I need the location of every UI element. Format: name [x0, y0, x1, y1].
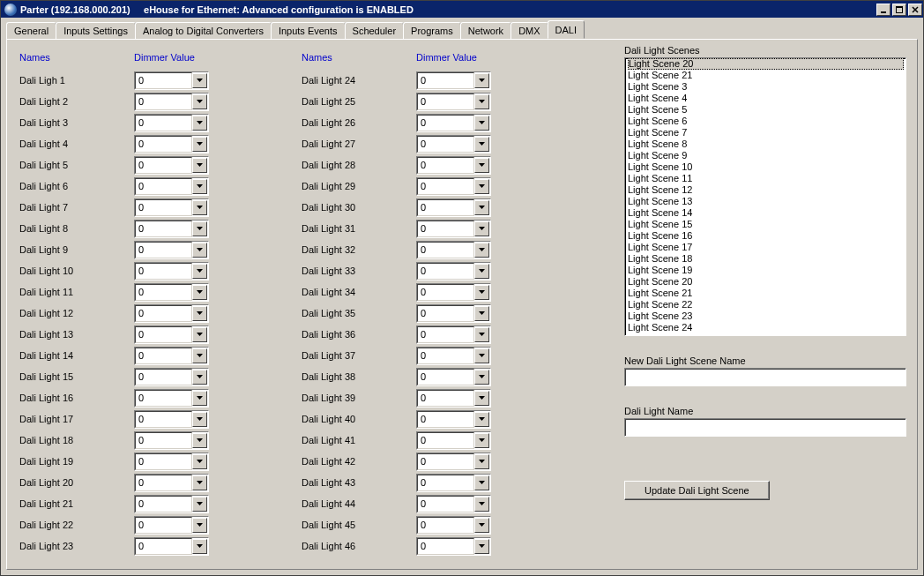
- chevron-down-icon[interactable]: [192, 200, 207, 215]
- dimmer-value-combo[interactable]: 0: [416, 135, 491, 153]
- chevron-down-icon[interactable]: [192, 497, 207, 512]
- chevron-down-icon[interactable]: [474, 327, 489, 342]
- tab-dmx[interactable]: DMX: [510, 22, 548, 39]
- chevron-down-icon[interactable]: [474, 475, 489, 490]
- chevron-down-icon[interactable]: [474, 137, 489, 152]
- light-name-input[interactable]: [624, 418, 906, 437]
- dimmer-value-combo[interactable]: 0: [134, 71, 209, 90]
- tab-network[interactable]: Network: [460, 22, 511, 39]
- scene-item[interactable]: Light Scene 21: [628, 288, 904, 299]
- dimmer-value-combo[interactable]: 0: [416, 347, 491, 365]
- dimmer-value-combo[interactable]: 0: [416, 516, 491, 535]
- chevron-down-icon[interactable]: [474, 179, 489, 194]
- dimmer-value-combo[interactable]: 0: [134, 516, 209, 535]
- scene-item[interactable]: Light Scene 20: [628, 58, 904, 70]
- scene-item[interactable]: Light Scene 23: [628, 310, 904, 322]
- scene-item[interactable]: Light Scene 18: [628, 253, 904, 265]
- dimmer-value-combo[interactable]: 0: [134, 347, 209, 365]
- minimize-button[interactable]: [876, 4, 890, 16]
- dimmer-value-combo[interactable]: 0: [134, 135, 209, 153]
- dimmer-value-combo[interactable]: 0: [416, 304, 491, 323]
- update-scene-button[interactable]: Update Dali Light Scene: [624, 481, 770, 500]
- dimmer-value-combo[interactable]: 0: [134, 325, 209, 344]
- chevron-down-icon[interactable]: [474, 412, 489, 427]
- chevron-down-icon[interactable]: [192, 137, 207, 152]
- dimmer-value-combo[interactable]: 0: [416, 325, 491, 344]
- scene-item[interactable]: Light Scene 10: [628, 161, 904, 173]
- dimmer-value-combo[interactable]: 0: [416, 177, 491, 196]
- scene-item[interactable]: Light Scene 20: [628, 276, 904, 288]
- tab-programs[interactable]: Programs: [403, 22, 461, 39]
- chevron-down-icon[interactable]: [474, 370, 489, 385]
- scene-item[interactable]: Light Scene 12: [628, 184, 904, 196]
- chevron-down-icon[interactable]: [474, 116, 489, 131]
- chevron-down-icon[interactable]: [192, 221, 207, 236]
- dimmer-value-combo[interactable]: 0: [134, 114, 209, 132]
- dimmer-value-combo[interactable]: 0: [416, 431, 491, 450]
- chevron-down-icon[interactable]: [192, 179, 207, 194]
- dimmer-value-combo[interactable]: 0: [134, 474, 209, 492]
- chevron-down-icon[interactable]: [474, 433, 489, 448]
- dimmer-value-combo[interactable]: 0: [134, 304, 209, 323]
- dimmer-value-combo[interactable]: 0: [416, 474, 491, 492]
- scene-item[interactable]: Light Scene 19: [628, 265, 904, 276]
- dimmer-value-combo[interactable]: 0: [134, 410, 209, 429]
- chevron-down-icon[interactable]: [474, 518, 489, 533]
- dimmer-value-combo[interactable]: 0: [134, 93, 209, 111]
- chevron-down-icon[interactable]: [474, 94, 489, 109]
- dimmer-value-combo[interactable]: 0: [134, 177, 209, 196]
- chevron-down-icon[interactable]: [192, 391, 207, 406]
- dimmer-value-combo[interactable]: 0: [134, 198, 209, 217]
- chevron-down-icon[interactable]: [192, 370, 207, 385]
- chevron-down-icon[interactable]: [192, 518, 207, 533]
- tab-inputs-events[interactable]: Inputs Events: [271, 22, 346, 39]
- chevron-down-icon[interactable]: [192, 264, 207, 279]
- scene-item[interactable]: Light Scene 17: [628, 242, 904, 253]
- scene-item[interactable]: Light Scene 22: [628, 299, 904, 310]
- dimmer-value-combo[interactable]: 0: [416, 93, 491, 111]
- chevron-down-icon[interactable]: [192, 243, 207, 258]
- chevron-down-icon[interactable]: [474, 454, 489, 469]
- scene-item[interactable]: Light Scene 9: [628, 150, 904, 161]
- chevron-down-icon[interactable]: [192, 539, 207, 554]
- dimmer-value-combo[interactable]: 0: [134, 495, 209, 513]
- dimmer-value-combo[interactable]: 0: [134, 262, 209, 281]
- chevron-down-icon[interactable]: [192, 306, 207, 321]
- scene-item[interactable]: Light Scene 5: [628, 104, 904, 116]
- dimmer-value-combo[interactable]: 0: [134, 283, 209, 302]
- chevron-down-icon[interactable]: [474, 264, 489, 279]
- tab-dali[interactable]: DALI: [548, 20, 585, 39]
- dimmer-value-combo[interactable]: 0: [416, 71, 491, 90]
- tab-general[interactable]: General: [6, 22, 56, 39]
- dimmer-value-combo[interactable]: 0: [134, 389, 209, 408]
- dimmer-value-combo[interactable]: 0: [416, 156, 491, 175]
- dimmer-value-combo[interactable]: 0: [134, 453, 209, 471]
- chevron-down-icon[interactable]: [474, 306, 489, 321]
- chevron-down-icon[interactable]: [192, 412, 207, 427]
- scene-item[interactable]: Light Scene 21: [628, 70, 904, 81]
- dimmer-value-combo[interactable]: 0: [416, 410, 491, 429]
- tab-inputs-settings[interactable]: Inputs Settings: [56, 22, 136, 39]
- scene-item[interactable]: Light Scene 3: [628, 81, 904, 93]
- dimmer-value-combo[interactable]: 0: [134, 368, 209, 386]
- scene-item[interactable]: Light Scene 4: [628, 93, 904, 104]
- scene-item[interactable]: Light Scene 15: [628, 219, 904, 230]
- dimmer-value-combo[interactable]: 0: [416, 241, 491, 259]
- chevron-down-icon[interactable]: [192, 94, 207, 109]
- dimmer-value-combo[interactable]: 0: [134, 220, 209, 238]
- dimmer-value-combo[interactable]: 0: [134, 241, 209, 259]
- scene-item[interactable]: Light Scene 24: [628, 322, 904, 333]
- new-scene-input[interactable]: [624, 368, 906, 386]
- scenes-listbox[interactable]: Light Scene 20Light Scene 21Light Scene …: [624, 57, 906, 336]
- dimmer-value-combo[interactable]: 0: [416, 262, 491, 281]
- chevron-down-icon[interactable]: [192, 327, 207, 342]
- dimmer-value-combo[interactable]: 0: [416, 537, 491, 556]
- dimmer-value-combo[interactable]: 0: [416, 220, 491, 238]
- dimmer-value-combo[interactable]: 0: [134, 537, 209, 556]
- scene-item[interactable]: Light Scene 13: [628, 196, 904, 207]
- dimmer-value-combo[interactable]: 0: [416, 368, 491, 386]
- dimmer-value-combo[interactable]: 0: [416, 495, 491, 513]
- tab-analog-to-digital-converters[interactable]: Analog to Digital Converters: [135, 22, 272, 39]
- chevron-down-icon[interactable]: [474, 348, 489, 363]
- chevron-down-icon[interactable]: [192, 433, 207, 448]
